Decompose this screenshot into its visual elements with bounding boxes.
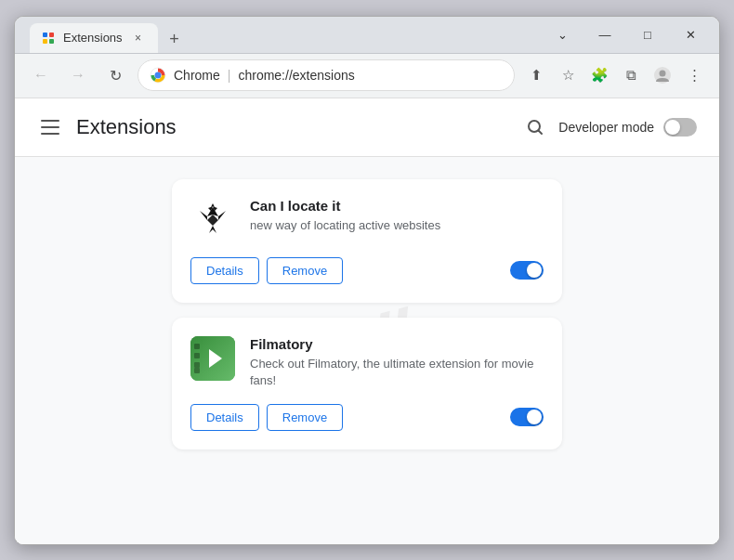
svg-rect-14 [194,362,200,368]
toggle-knob [665,120,680,135]
svg-point-6 [155,72,161,78]
svg-rect-13 [194,353,200,358]
extension-buttons: Details Remove [190,404,343,431]
extension-actions: Details Remove [190,257,544,284]
extension-icon [190,336,235,381]
menu-button[interactable]: ⋮ [680,61,708,89]
remove-button[interactable]: Remove [267,257,343,284]
page-title: Extensions [76,115,177,139]
developer-mode-label: Developer mode [558,120,654,135]
svg-line-10 [539,130,543,134]
extension-description: new way of locating active websites [250,217,544,234]
content-area: Extensions Developer mode 9// [15,98,719,544]
toggle-knob [527,410,542,424]
close-button[interactable]: ✕ [669,17,712,53]
extensions-button[interactable]: 🧩 [585,61,613,89]
title-bar: Extensions × + ⌄ — □ ✕ [15,17,719,54]
extension-buttons: Details Remove [190,257,343,284]
forward-button[interactable]: → [63,60,93,90]
hamburger-line [41,120,59,122]
svg-rect-12 [194,344,200,349]
chevron-down-button[interactable]: ⌄ [541,17,583,53]
remove-button[interactable]: Remove [267,404,343,431]
extension-card: Filmatory Check out Filmatory, the ultim… [172,318,562,449]
account-button[interactable] [649,61,676,89]
chrome-logo-icon [150,67,166,84]
url-separator: | [228,68,231,83]
developer-mode-toggle[interactable] [663,118,697,137]
details-button[interactable]: Details [190,257,259,284]
extensions-header: Extensions Developer mode [15,98,719,157]
hamburger-menu-button[interactable] [37,113,65,141]
developer-mode-area: Developer mode [521,113,697,141]
browser-window: Extensions × + ⌄ — □ ✕ ← → ↻ [14,16,720,545]
toggle-knob [527,263,542,278]
tab-close-button[interactable]: × [130,30,147,46]
tabs-area: Extensions × + [22,17,188,53]
svg-rect-15 [194,368,200,373]
filmatory-icon [190,336,235,381]
active-tab[interactable]: Extensions × [30,23,158,53]
hamburger-line [41,133,59,135]
extensions-list: 9// [15,157,719,544]
hamburger-line [41,126,59,128]
svg-rect-3 [49,39,54,44]
extension-name: Filmatory [250,336,544,352]
extension-info: Can I locate it new way of locating acti… [250,198,544,234]
extension-icon [190,198,235,242]
svg-point-8 [660,71,666,77]
new-tab-button[interactable]: + [162,27,188,53]
window-controls: ⌄ — □ ✕ [541,17,712,53]
nav-actions: ⬆ ☆ 🧩 ⧉ ⋮ [522,61,708,89]
maximize-button[interactable]: □ [626,17,669,53]
refresh-button[interactable]: ↻ [100,60,130,90]
extension-toggle[interactable] [510,408,544,426]
search-button[interactable] [521,113,549,141]
extension-card: Can I locate it new way of locating acti… [172,179,562,303]
url-text: chrome://extensions [238,68,503,83]
details-button[interactable]: Details [190,404,259,431]
extension-info: Filmatory Check out Filmatory, the ultim… [250,336,544,389]
share-button[interactable]: ⬆ [522,61,550,89]
site-name: Chrome [174,68,220,83]
tab-label: Extensions [63,31,123,45]
navigation-bar: ← → ↻ Chrome | chrome://extensions ⬆ ☆ 🧩 [15,54,719,98]
bookmark-button[interactable]: ☆ [554,61,582,89]
split-view-button[interactable]: ⧉ [617,61,645,89]
extensions-title-area: Extensions [37,113,177,141]
extension-actions: Details Remove [190,404,544,431]
extension-top: Filmatory Check out Filmatory, the ultim… [190,336,544,389]
extension-toggle[interactable] [510,261,544,280]
svg-rect-1 [49,33,54,37]
address-bar[interactable]: Chrome | chrome://extensions [138,59,515,91]
extension-description: Check out Filmatory, the ultimate extens… [250,356,544,389]
svg-rect-0 [43,33,47,37]
extension-top: Can I locate it new way of locating acti… [190,198,544,242]
back-button[interactable]: ← [26,60,56,90]
tab-icon [41,31,56,46]
svg-rect-2 [43,39,47,44]
extension-name: Can I locate it [250,198,544,214]
minimize-button[interactable]: — [583,17,626,53]
